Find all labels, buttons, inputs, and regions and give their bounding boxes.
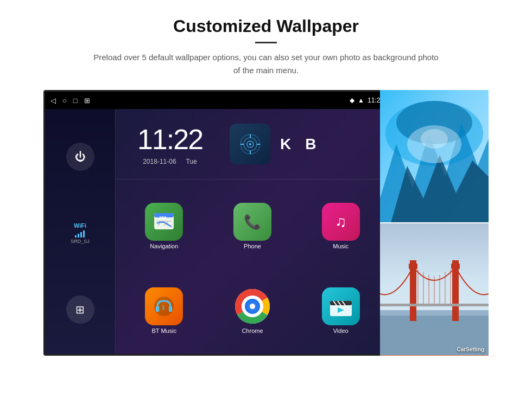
svg-point-3 [249, 143, 251, 145]
svg-text:280: 280 [159, 215, 167, 220]
video-label: Video [333, 327, 349, 334]
app-item-chrome[interactable]: Chrome [211, 271, 295, 351]
music-icon: ♫ [322, 203, 360, 241]
power-icon: ⏻ [75, 151, 86, 163]
wifi-ssid: SRD_SJ [71, 239, 90, 244]
apps-grid-icon: ⊞ [75, 303, 85, 316]
svg-rect-38 [452, 267, 459, 321]
wifi-broadcast-icon [239, 133, 261, 155]
k-label-area: K [276, 131, 295, 157]
k-label: K [280, 136, 291, 153]
android-screen: ◁ ○ □ ⊞ ◆ ▲ 11:22 ⏻ [43, 90, 391, 356]
wifi-bar-1 [75, 235, 77, 237]
nav-map-svg: 280 [153, 210, 175, 233]
wifi-section: WiFi SRD_SJ [71, 222, 90, 244]
page-title: Customized Wallpaper [173, 16, 359, 36]
main-area: 11:22 2018-11-06 Tue [116, 109, 389, 356]
location-icon: ◆ [350, 97, 354, 104]
status-bar: ◁ ○ □ ⊞ ◆ ▲ 11:22 [45, 92, 389, 109]
wifi-label: WiFi [74, 222, 86, 229]
navigation-label: Navigation [150, 243, 178, 249]
video-icon [322, 287, 360, 325]
navigation-icon: 280 [145, 203, 183, 241]
wifi-bar-4 [83, 230, 85, 237]
b-label-area: B [301, 131, 320, 157]
app-item-music[interactable]: ♫ Music [299, 186, 383, 266]
page-subtitle: Preload over 5 default wallpaper options… [92, 51, 440, 77]
status-bar-left: ◁ ○ □ ⊞ [50, 97, 90, 105]
top-info: 11:22 2018-11-06 Tue [116, 109, 389, 179]
clock-date-value: 2018-11-06 [143, 158, 176, 165]
svg-point-19 [250, 304, 255, 309]
title-divider [255, 42, 277, 43]
music-note-icon: ♫ [335, 213, 346, 230]
wallpaper-thumb-1[interactable] [380, 90, 489, 222]
clock-time: 11:22 [137, 123, 202, 156]
recents-nav-icon[interactable]: □ [73, 97, 78, 105]
btmusic-label: BT Music [152, 327, 177, 334]
app-item-video[interactable]: Video [299, 271, 383, 351]
phone-label: Phone [244, 243, 261, 249]
phone-icon: 📞 [233, 203, 271, 241]
app-grid: 280 Navigation [116, 179, 389, 356]
btmusic-svg: ᛒ [153, 296, 175, 317]
screen-content: ⏻ WiFi SRD_SJ ⊞ [45, 109, 389, 356]
chrome-icon [233, 287, 271, 325]
wifi-bars [75, 230, 85, 237]
app-item-navigation[interactable]: 280 Navigation [122, 186, 206, 266]
page-container: Customized Wallpaper Preload over 5 defa… [0, 0, 532, 411]
ice-cave-svg [380, 90, 489, 222]
screenshot-nav-icon[interactable]: ⊞ [84, 97, 90, 105]
clapperboard-svg [329, 296, 353, 317]
svg-rect-37 [410, 267, 416, 321]
svg-rect-42 [452, 260, 459, 265]
bridge-svg [380, 223, 489, 355]
power-button[interactable]: ⏻ [66, 143, 94, 171]
left-sidebar: ⏻ WiFi SRD_SJ ⊞ [45, 109, 116, 356]
clock-date: 2018-11-06 Tue [143, 158, 197, 165]
mockup-area: ◁ ○ □ ⊞ ◆ ▲ 11:22 ⏻ [43, 90, 489, 356]
svg-point-32 [421, 129, 448, 149]
wallpaper-previews: CarSetting [380, 90, 489, 356]
app-item-phone[interactable]: 📞 Phone [211, 186, 295, 266]
b-label: B [305, 136, 316, 153]
wifi-bar-2 [78, 234, 79, 237]
app-item-btmusic[interactable]: ᛒ BT Music [122, 271, 206, 351]
svg-rect-13 [156, 306, 159, 312]
btmusic-icon: ᛒ [145, 287, 183, 325]
back-nav-icon[interactable]: ◁ [50, 97, 56, 105]
status-bar-right: ◆ ▲ 11:22 [350, 97, 384, 104]
phone-handset-icon: 📞 [244, 214, 261, 230]
wallpaper-2-label: CarSetting [457, 346, 484, 352]
wifi-bar-3 [80, 232, 82, 237]
home-nav-icon[interactable]: ○ [62, 97, 67, 105]
svg-rect-41 [410, 260, 416, 265]
music-label: Music [333, 243, 349, 249]
svg-text:ᛒ: ᛒ [162, 305, 165, 311]
app-icons-top: K B [224, 109, 389, 179]
wallpaper-thumb-2[interactable]: CarSetting [380, 223, 489, 356]
chrome-svg [233, 287, 271, 325]
wifi-status-icon: ▲ [358, 97, 364, 104]
clock-day-value: Tue [186, 158, 197, 165]
svg-rect-50 [380, 304, 489, 306]
svg-rect-14 [169, 306, 172, 312]
clock-section: 11:22 2018-11-06 Tue [116, 109, 224, 179]
apps-button[interactable]: ⊞ [66, 296, 94, 324]
chrome-label: Chrome [242, 327, 263, 334]
wifi-widget[interactable] [230, 124, 270, 164]
